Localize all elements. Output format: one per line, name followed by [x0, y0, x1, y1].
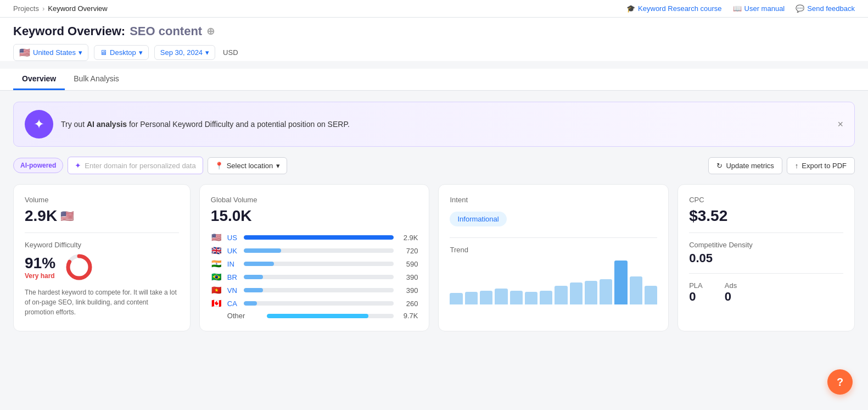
ai-banner-left: ✦ Try out AI analysis for Personal Keywo…: [25, 110, 350, 138]
manual-link[interactable]: 📖 User manual: [733, 4, 785, 13]
pla-item: PLA 0: [689, 281, 703, 304]
location-filter[interactable]: 🇺🇸 United States ▾: [13, 44, 88, 61]
trend-bar-item: [585, 281, 597, 304]
pla-value: 0: [689, 290, 703, 304]
bar-value: 590: [398, 260, 418, 268]
volume-flag: 🇺🇸: [60, 209, 74, 223]
country-code: VN: [227, 286, 239, 295]
country-flag: 🇺🇸: [211, 232, 223, 242]
domain-placeholder: Enter domain for personalized data: [85, 162, 195, 170]
other-bar-fill: [267, 314, 368, 318]
breadcrumb: Projects › Keyword Overview: [13, 4, 108, 13]
main-content: ✦ Try out AI analysis for Personal Keywo…: [0, 91, 868, 342]
other-label: Other: [227, 312, 262, 320]
export-label: Export to PDF: [802, 162, 847, 170]
export-pdf-btn[interactable]: ↑ Export to PDF: [787, 157, 855, 174]
location-chevron: ▾: [79, 48, 82, 57]
country-flag: 🇮🇳: [211, 259, 223, 269]
update-metrics-btn[interactable]: ↻ Update metrics: [708, 157, 782, 174]
domain-input[interactable]: ✦ Enter domain for personalized data: [68, 157, 203, 174]
global-volume-card: Global Volume 15.0K 🇺🇸 US 2.9K 🇬🇧 UK 720…: [199, 184, 430, 331]
date-filter[interactable]: Sep 30, 2024 ▾: [154, 45, 215, 60]
update-icon: ↻: [716, 162, 723, 170]
bar-track: [244, 301, 394, 306]
country-code: US: [227, 234, 239, 242]
ai-powered-badge: AI-powered: [13, 158, 63, 173]
ads-value: 0: [725, 290, 737, 304]
bar-track: [244, 275, 394, 279]
device-label: Desktop: [110, 48, 136, 57]
feedback-label: Send feedback: [807, 4, 855, 13]
ai-banner-close[interactable]: ×: [837, 119, 843, 130]
pla-label: PLA: [689, 281, 703, 290]
other-value: 9.7K: [398, 312, 418, 320]
date-chevron: ▾: [205, 48, 209, 57]
country-bar-row: 🇬🇧 UK 720: [211, 246, 418, 256]
trend-bar-item: [600, 279, 612, 304]
device-chevron: ▾: [139, 48, 143, 57]
select-location-chevron: ▾: [276, 162, 280, 170]
cpc-label: CPC: [689, 196, 843, 204]
tab-bulk-analysis[interactable]: Bulk Analysis: [65, 69, 127, 90]
tab-overview[interactable]: Overview: [13, 69, 65, 90]
trend-bar-item: [495, 289, 507, 304]
bar-track: [244, 262, 394, 266]
course-link[interactable]: 🎓 Keyword Research course: [626, 4, 721, 13]
trend-bar-item: [525, 292, 537, 304]
tabs-bar: Overview Bulk Analysis: [0, 69, 868, 91]
location-pin-icon: 📍: [215, 162, 223, 170]
bar-track: [244, 235, 394, 240]
ads-label: Ads: [725, 281, 737, 290]
breadcrumb-current: Keyword Overview: [48, 4, 107, 13]
trend-label: Trend: [450, 246, 657, 254]
trend-bar-item: [540, 291, 552, 304]
breadcrumb-projects[interactable]: Projects: [13, 4, 39, 13]
sparkle-icon: ✦: [75, 161, 81, 170]
country-bar-row: 🇧🇷 BR 390: [211, 272, 418, 282]
bar-fill: [244, 288, 264, 292]
trend-bar-item: [645, 286, 657, 304]
location-label: United States: [33, 48, 76, 57]
country-bar-row: 🇮🇳 IN 590: [211, 259, 418, 269]
select-location-btn[interactable]: 📍 Select location ▾: [208, 157, 288, 174]
volume-label: Volume: [25, 196, 179, 204]
bar-value: 390: [398, 286, 418, 295]
cpc-value: $3.52: [689, 207, 843, 225]
bar-fill: [244, 248, 281, 253]
trend-bar-item: [570, 282, 583, 304]
top-nav: 🎓 Keyword Research course 📖 User manual …: [626, 4, 855, 13]
bar-value: 2.9K: [398, 234, 418, 242]
trend-bar-item: [510, 291, 523, 304]
filters-row: 🇺🇸 United States ▾ 🖥 Desktop ▾ Sep 30, 2…: [13, 44, 855, 61]
export-icon: ↑: [795, 162, 799, 170]
bar-fill: [244, 262, 274, 266]
feedback-link[interactable]: 💬 Send feedback: [796, 4, 855, 13]
ai-sparkle-icon: ✦: [25, 110, 53, 138]
ai-banner-text: Try out AI analysis for Personal Keyword…: [61, 120, 350, 129]
comp-label: Competitive Density: [689, 241, 843, 249]
gv-value: 15.0K: [211, 207, 418, 225]
trend-bars: [450, 261, 657, 304]
breadcrumb-chevron: ›: [42, 4, 44, 13]
location-flag: 🇺🇸: [19, 47, 30, 58]
country-flag: 🇧🇷: [211, 272, 223, 282]
page-title: Keyword Overview: SEO content ⊕: [13, 24, 855, 38]
trend-bar-item: [555, 286, 567, 304]
country-bar-row: 🇨🇦 CA 260: [211, 298, 418, 308]
keyword-name: SEO content: [130, 24, 202, 38]
device-filter[interactable]: 🖥 Desktop ▾: [94, 45, 149, 60]
trend-bar-item: [630, 276, 642, 304]
course-icon: 🎓: [626, 4, 635, 13]
update-label: Update metrics: [726, 162, 774, 170]
cpc-card: CPC $3.52 Competitive Density 0.05 PLA 0…: [677, 184, 855, 331]
kd-description: The hardest keyword to compete for. It w…: [25, 287, 179, 317]
select-location-label: Select location: [227, 162, 273, 170]
add-keyword-icon[interactable]: ⊕: [206, 25, 215, 37]
currency-label: USD: [223, 48, 238, 57]
trend-chart: [450, 261, 657, 304]
comp-value: 0.05: [689, 251, 843, 265]
cards-grid: Volume 2.9K 🇺🇸 Keyword Difficulty 91% Ve…: [13, 184, 855, 331]
top-bar: Projects › Keyword Overview 🎓 Keyword Re…: [0, 0, 868, 18]
country-flag: 🇬🇧: [211, 246, 223, 256]
bar-fill: [244, 235, 394, 240]
